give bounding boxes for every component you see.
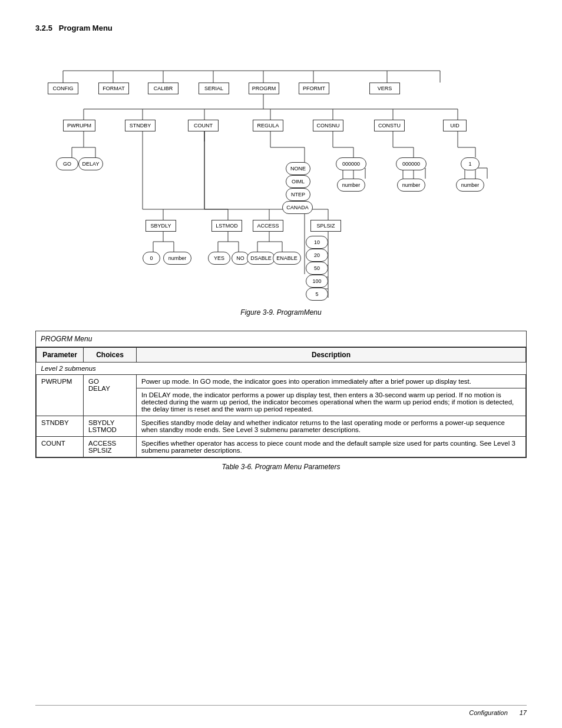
- node-config: CONFIG: [48, 83, 78, 94]
- node-ntep: NTEP: [286, 188, 310, 201]
- node-access: ACCESS: [253, 220, 283, 232]
- node-sbydly-num: number: [163, 252, 191, 265]
- node-100: 100: [306, 275, 328, 288]
- table-caption: Table 3-6. Program Menu Parameters: [35, 463, 527, 471]
- col-header-choices: Choices: [84, 348, 137, 363]
- node-sbydly: SBYDLY: [146, 220, 176, 232]
- node-oiml: OIML: [286, 175, 310, 188]
- node-canada: CANADA: [282, 201, 313, 214]
- node-serial: SERIAL: [199, 83, 229, 94]
- choices-count: ACCESS SPLSIZ: [84, 437, 137, 457]
- node-yes: YES: [208, 252, 230, 265]
- node-consnu-val: 000000: [336, 157, 366, 170]
- node-stndby: STNDBY: [125, 120, 156, 131]
- node-lstmod: LSTMOD: [211, 220, 242, 232]
- node-consnu-num: number: [337, 179, 365, 192]
- node-5: 5: [306, 288, 328, 301]
- node-splsiz: SPLSIZ: [310, 220, 341, 232]
- node-go: GO: [56, 157, 78, 170]
- footer-page-number: 17: [520, 709, 527, 716]
- node-regula: REGULA: [253, 120, 283, 131]
- node-progrm: PROGRM: [249, 83, 279, 94]
- param-count: COUNT: [37, 437, 84, 457]
- node-constu: CONSTU: [374, 120, 405, 131]
- node-enable: ENABLE: [273, 252, 301, 265]
- footer-right: Configuration 17: [469, 709, 527, 716]
- col-header-desc: Description: [137, 348, 526, 363]
- table-wrapper: PROGRM Menu Parameter Choices Descriptio…: [35, 331, 527, 458]
- node-constu-val: 000000: [396, 157, 427, 170]
- desc-pwrupm-1: Power up mode. In GO mode, the indicator…: [137, 375, 526, 388]
- table-row-count: COUNT ACCESS SPLSIZ Specifies whether op…: [37, 437, 526, 457]
- choices-pwrupm: GO DELAY: [84, 375, 137, 416]
- desc-pwrupm-2: In DELAY mode, the indicator performs a …: [137, 388, 526, 416]
- node-uid-num: number: [456, 179, 484, 192]
- table-row-stndby: STNDBY SBYDLY LSTMOD Specifies standby m…: [37, 416, 526, 437]
- svg-line-46: [322, 147, 333, 158]
- node-20: 20: [306, 249, 328, 262]
- node-consnu: CONSNU: [313, 120, 343, 131]
- node-delay: DELAY: [78, 157, 103, 170]
- node-format: FORMAT: [98, 83, 129, 94]
- desc-count: Specifies whether operator has access to…: [137, 437, 526, 457]
- node-50: 50: [306, 262, 328, 275]
- node-vers: VERS: [369, 83, 400, 94]
- node-calibr: CALIBR: [148, 83, 178, 94]
- page-footer: Configuration 17: [35, 705, 527, 716]
- subheader-row: Level 2 submenus: [37, 363, 526, 375]
- node-10: 10: [306, 236, 328, 249]
- node-pformt: PFORMT: [299, 83, 329, 94]
- param-stndby: STNDBY: [37, 416, 84, 437]
- table-row-pwrupm: PWRUPM GO DELAY Power up mode. In GO mod…: [37, 375, 526, 388]
- diagram-container: CONFIG FORMAT CALIBR SERIAL PROGRM PFORM…: [39, 50, 523, 304]
- param-pwrupm: PWRUPM: [37, 375, 84, 416]
- subheader-text: Level 2 submenus: [37, 363, 526, 375]
- choices-stndby: SBYDLY LSTMOD: [84, 416, 137, 437]
- footer-section-label: Configuration: [469, 709, 507, 716]
- table-title: PROGRM Menu: [36, 331, 526, 347]
- desc-stndby: Specifies standby mode delay and whether…: [137, 416, 526, 437]
- node-pwrupm: PWRUPM: [63, 120, 95, 131]
- node-none: NONE: [286, 162, 310, 175]
- diagram-caption: Figure 3-9. ProgramMenu: [35, 308, 527, 317]
- node-uid-val: 1: [461, 157, 480, 170]
- node-uid: UID: [443, 120, 467, 131]
- node-count: COUNT: [188, 120, 219, 131]
- node-constu-num: number: [397, 179, 425, 192]
- data-table: Parameter Choices Description Level 2 su…: [36, 347, 526, 457]
- node-sbydly-0: 0: [143, 252, 160, 265]
- col-header-param: Parameter: [37, 348, 84, 363]
- node-dsable: DSABLE: [247, 252, 275, 265]
- section-heading: 3.2.5 Program Menu: [35, 24, 527, 32]
